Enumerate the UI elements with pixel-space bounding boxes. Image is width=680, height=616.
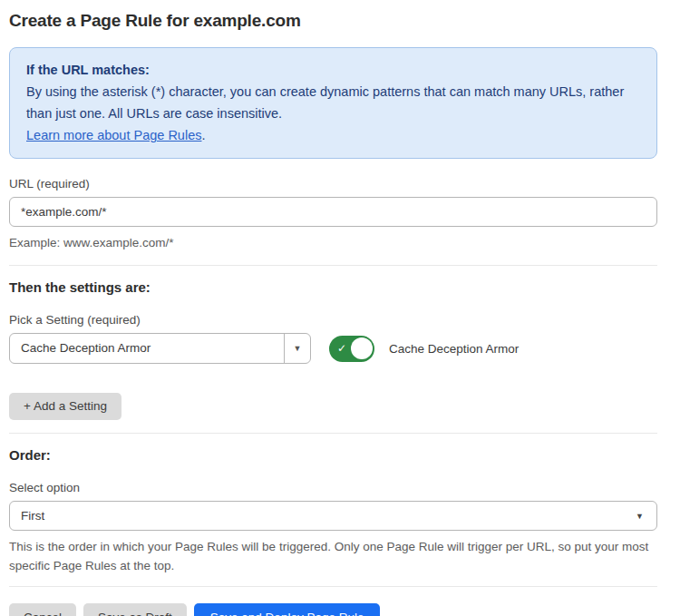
chevron-down-icon: ▼: [636, 512, 644, 521]
setting-picker-value: Cache Deception Armor: [10, 334, 284, 363]
info-box-heading: If the URL matches:: [26, 59, 640, 81]
order-select-value: First: [21, 509, 44, 523]
info-box-body: By using the asterisk (*) character, you…: [26, 81, 640, 124]
page-rule-form: Create a Page Rule for example.com If th…: [0, 0, 680, 616]
check-icon: ✓: [337, 343, 346, 354]
save-and-deploy-button[interactable]: Save and Deploy Page Rule: [194, 603, 381, 616]
add-setting-button[interactable]: + Add a Setting: [9, 393, 121, 420]
link-suffix: .: [201, 128, 205, 142]
divider: [9, 433, 657, 434]
url-field-label: URL (required): [9, 177, 657, 191]
divider: [9, 586, 657, 587]
setting-picker-label: Pick a Setting (required): [9, 313, 657, 327]
divider: [9, 265, 657, 266]
setting-toggle[interactable]: ✓: [329, 336, 374, 362]
url-matches-info-box: If the URL matches: By using the asteris…: [9, 47, 657, 159]
order-helper-text: This is the order in which your Page Rul…: [9, 537, 657, 575]
learn-more-link[interactable]: Learn more about Page Rules: [26, 128, 201, 142]
cancel-button[interactable]: Cancel: [9, 603, 76, 616]
chevron-down-icon[interactable]: ▼: [284, 334, 310, 363]
url-helper-text: Example: www.example.com/*: [9, 233, 657, 252]
settings-section-heading: Then the settings are:: [9, 279, 657, 295]
setting-picker-dropdown[interactable]: Cache Deception Armor ▼: [9, 333, 311, 364]
setting-toggle-label: Cache Deception Armor: [389, 342, 519, 356]
info-box-link-line: Learn more about Page Rules.: [26, 124, 640, 146]
order-select-dropdown[interactable]: First ▼: [9, 501, 657, 531]
url-input[interactable]: [9, 197, 657, 227]
footer-actions: Cancel Save as Draft Save and Deploy Pag…: [9, 603, 657, 616]
page-title: Create a Page Rule for example.com: [9, 11, 657, 31]
setting-row: Cache Deception Armor ▼ ✓ Cache Deceptio…: [9, 333, 657, 364]
order-select-label: Select option: [9, 481, 657, 494]
save-as-draft-button[interactable]: Save as Draft: [83, 603, 187, 616]
order-section-heading: Order:: [9, 447, 657, 463]
toggle-knob: [351, 337, 373, 359]
